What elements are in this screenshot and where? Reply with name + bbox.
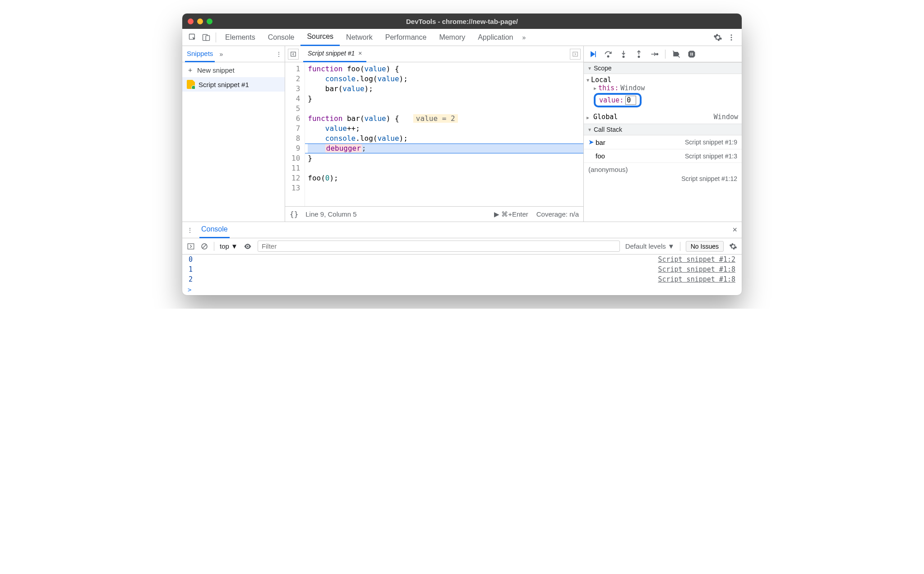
callstack-frame[interactable]: fooScript snippet #1:3 xyxy=(584,149,742,163)
settings-icon[interactable] xyxy=(711,31,725,44)
main-tabbar: ElementsConsoleSourcesNetworkPerformance… xyxy=(182,29,742,46)
code-line[interactable] xyxy=(308,163,583,173)
callstack-frame[interactable]: ➤barScript snippet #1:9 xyxy=(584,135,742,149)
svg-point-10 xyxy=(623,56,624,57)
close-tab-icon[interactable]: × xyxy=(358,50,362,57)
debugger-toolbar xyxy=(584,46,742,62)
navigator-menu-icon[interactable]: ⋮ xyxy=(276,51,282,58)
editor-pane: Script snippet #1 × 12345678910111213 fu… xyxy=(285,46,584,222)
cursor-position: Line 9, Column 5 xyxy=(305,210,356,218)
callstack-section-header[interactable]: Call Stack xyxy=(584,124,742,135)
issues-button[interactable]: No Issues xyxy=(686,241,724,252)
deactivate-breakpoints-icon[interactable] xyxy=(672,50,681,59)
pause-on-exceptions-icon[interactable] xyxy=(687,50,696,59)
close-drawer-icon[interactable]: × xyxy=(732,225,737,235)
code-line[interactable]: console.log(value); xyxy=(308,134,583,144)
snippets-tab[interactable]: Snippets xyxy=(185,46,215,62)
code-line[interactable]: function foo(value) { xyxy=(308,64,583,74)
step-out-icon[interactable] xyxy=(634,50,643,59)
callstack-anonymous[interactable]: (anonymous) xyxy=(584,163,742,175)
code-line[interactable]: debugger; xyxy=(308,144,583,153)
drawer-menu-icon[interactable]: ⋮ xyxy=(187,227,193,234)
tab-console[interactable]: Console xyxy=(262,29,301,46)
code-editor[interactable]: 12345678910111213 function foo(value) { … xyxy=(285,62,583,206)
code-line[interactable]: console.log(value); xyxy=(308,74,583,84)
maximize-window-icon[interactable] xyxy=(207,19,213,24)
debugger-pane: Scope Local this: Window value: Global W… xyxy=(584,46,742,222)
code-line[interactable]: value++; xyxy=(308,124,583,134)
step-into-icon[interactable] xyxy=(619,50,628,59)
svg-rect-7 xyxy=(573,52,578,56)
svg-rect-15 xyxy=(692,52,693,56)
code-line[interactable]: foo(0); xyxy=(308,173,583,183)
tab-application[interactable]: Application xyxy=(471,29,519,46)
nav-back-icon[interactable] xyxy=(288,49,299,60)
svg-point-5 xyxy=(731,39,732,40)
devtools-window: DevTools - chrome://new-tab-page/ Elemen… xyxy=(182,14,742,295)
console-toolbar: top ▼ Default levels ▼ No Issues xyxy=(182,238,742,255)
svg-rect-16 xyxy=(188,244,194,249)
sources-panel: Snippets » ⋮ ＋ New snippet Script snippe… xyxy=(182,46,742,222)
device-toolbar-icon[interactable] xyxy=(199,31,213,44)
scope-value-input[interactable] xyxy=(625,96,636,105)
resume-icon[interactable] xyxy=(588,50,597,59)
console-prompt[interactable]: > xyxy=(182,284,742,295)
code-line[interactable]: } xyxy=(308,94,583,104)
tab-elements[interactable]: Elements xyxy=(219,29,262,46)
svg-rect-8 xyxy=(595,51,596,57)
svg-rect-6 xyxy=(291,52,296,56)
inspect-element-icon[interactable] xyxy=(186,31,199,44)
show-console-sidebar-icon[interactable] xyxy=(187,242,195,250)
kebab-menu-icon[interactable] xyxy=(725,31,738,44)
console-output: 0Script snippet #1:21Script snippet #1:8… xyxy=(182,255,742,284)
titlebar: DevTools - chrome://new-tab-page/ xyxy=(182,14,742,29)
tab-sources[interactable]: Sources xyxy=(300,29,340,46)
console-line[interactable]: 1Script snippet #1:8 xyxy=(182,264,742,274)
code-line[interactable] xyxy=(308,104,583,114)
scope-value-edit[interactable]: value: xyxy=(594,93,642,107)
snippet-file-icon xyxy=(187,80,195,89)
plus-icon: ＋ xyxy=(187,66,194,74)
snippet-item-label: Script snippet #1 xyxy=(199,81,249,88)
context-selector[interactable]: top ▼ xyxy=(220,242,238,250)
console-drawer-tab[interactable]: Console xyxy=(199,222,230,238)
run-snippet-icon[interactable] xyxy=(570,49,581,60)
window-title: DevTools - chrome://new-tab-page/ xyxy=(182,18,742,25)
code-line[interactable]: function bar(value) { value = 2 xyxy=(308,114,583,124)
close-window-icon[interactable] xyxy=(188,19,194,24)
pretty-print-icon[interactable]: {} xyxy=(290,210,298,218)
svg-point-4 xyxy=(731,37,732,38)
code-line[interactable]: bar(value); xyxy=(308,84,583,94)
svg-point-9 xyxy=(607,56,609,57)
console-line[interactable]: 2Script snippet #1:8 xyxy=(182,274,742,284)
snippet-item[interactable]: Script snippet #1 xyxy=(182,77,285,92)
code-line[interactable] xyxy=(308,183,583,193)
step-icon[interactable] xyxy=(650,50,659,59)
log-levels-selector[interactable]: Default levels ▼ xyxy=(625,242,675,250)
tab-network[interactable]: Network xyxy=(340,29,379,46)
new-snippet-label: New snippet xyxy=(197,66,235,74)
navigator-overflow-icon[interactable]: » xyxy=(219,51,223,58)
tab-memory[interactable]: Memory xyxy=(433,29,471,46)
minimize-window-icon[interactable] xyxy=(197,19,203,24)
scope-section-header[interactable]: Scope xyxy=(584,62,742,74)
file-tab[interactable]: Script snippet #1 × xyxy=(303,46,366,62)
editor-statusbar: {} Line 9, Column 5 ▶ ⌘+Enter Coverage: … xyxy=(285,206,583,222)
svg-point-19 xyxy=(247,245,248,247)
svg-line-18 xyxy=(203,245,206,248)
scope-this-label: this: xyxy=(598,84,619,92)
clear-console-icon[interactable] xyxy=(200,242,208,250)
live-expression-icon[interactable] xyxy=(243,242,252,251)
svg-rect-2 xyxy=(206,35,209,40)
step-over-icon[interactable] xyxy=(604,50,613,59)
scope-global[interactable]: Global Window xyxy=(584,112,742,124)
console-line[interactable]: 0Script snippet #1:2 xyxy=(182,255,742,264)
run-shortcut-hint: ▶ ⌘+Enter xyxy=(494,210,528,218)
console-filter-input[interactable] xyxy=(258,241,620,252)
code-line[interactable]: } xyxy=(308,153,583,163)
svg-point-12 xyxy=(656,53,658,55)
console-settings-icon[interactable] xyxy=(729,242,737,250)
new-snippet-button[interactable]: ＋ New snippet xyxy=(182,63,285,77)
tab-performance[interactable]: Performance xyxy=(379,29,433,46)
tabs-overflow-icon[interactable]: » xyxy=(522,34,526,41)
